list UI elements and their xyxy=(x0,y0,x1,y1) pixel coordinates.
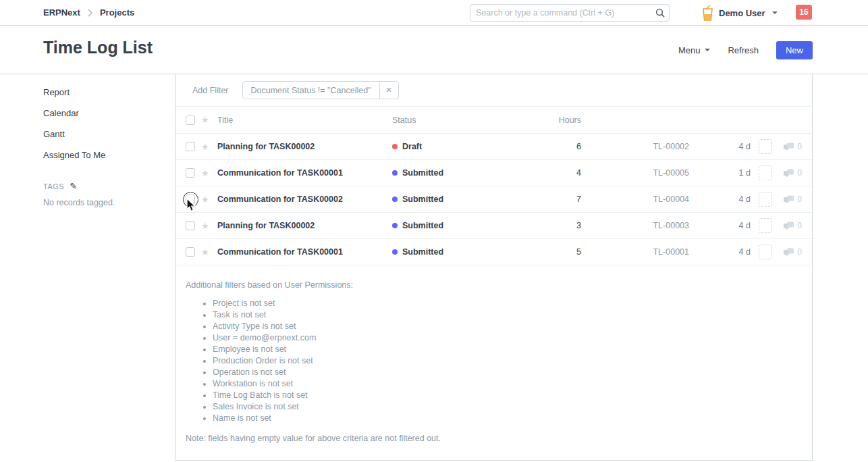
comment-count: 0 xyxy=(772,168,802,178)
row-title-link[interactable]: Communication for TASK00002 xyxy=(217,195,392,204)
list-sidebar: Report Calendar Gantt Assigned To Me TAG… xyxy=(43,74,158,207)
row-checkbox[interactable] xyxy=(186,142,195,151)
table-row[interactable]: ★ Planning for TASK00002 Submitted 3 TL-… xyxy=(175,213,812,239)
brand-link[interactable]: ERPNext xyxy=(43,7,80,18)
select-all-checkbox[interactable] xyxy=(186,116,195,125)
table-row[interactable]: ★ Communication for TASK00001 Submitted … xyxy=(175,239,812,265)
comment-count: 0 xyxy=(772,142,802,151)
star-icon[interactable]: ★ xyxy=(201,195,211,205)
star-icon[interactable]: ★ xyxy=(201,247,211,257)
tags-empty-text: No records tagged. xyxy=(43,198,158,207)
row-checkbox[interactable] xyxy=(186,221,195,230)
breadcrumb-projects[interactable]: Projects xyxy=(100,7,134,18)
column-header-status: Status xyxy=(392,116,541,125)
permission-item: Workstation is not set xyxy=(213,378,802,390)
refresh-button[interactable]: Refresh xyxy=(728,45,759,55)
permission-item: Activity Type is not set xyxy=(213,321,802,332)
table-header-row: ★ Title Status Hours xyxy=(175,107,812,134)
filter-chip-label[interactable]: Document Status != "Cancelled" xyxy=(243,82,380,99)
row-modified: 1 d xyxy=(689,168,751,178)
page-head: Time Log List Menu Refresh New xyxy=(0,26,868,74)
avatar-placeholder xyxy=(759,192,772,207)
comment-icon xyxy=(784,222,794,230)
row-status: Submitted xyxy=(392,168,541,178)
row-hours: 7 xyxy=(541,195,581,204)
sidebar-item-gantt[interactable]: Gantt xyxy=(43,126,158,143)
row-id-link[interactable]: TL-00002 xyxy=(581,142,689,151)
row-checkbox[interactable] xyxy=(186,247,195,257)
row-title-link[interactable]: Communication for TASK00001 xyxy=(217,247,392,257)
permission-item: Production Order is not set xyxy=(213,355,802,367)
column-header-hours: Hours xyxy=(541,116,581,125)
status-label: Draft xyxy=(402,142,422,151)
permission-item: Employee is not set xyxy=(213,344,802,355)
avatar-placeholder xyxy=(759,218,772,233)
star-icon[interactable]: ★ xyxy=(201,115,211,125)
filter-bar: Add Filter Document Status != "Cancelled… xyxy=(175,74,812,107)
row-modified: 4 d xyxy=(689,142,751,151)
chevron-down-icon xyxy=(772,11,778,14)
star-icon[interactable]: ★ xyxy=(201,142,211,152)
row-hours: 5 xyxy=(541,247,581,257)
comment-icon xyxy=(784,248,794,257)
row-modified: 4 d xyxy=(689,221,751,230)
menu-button[interactable]: Menu xyxy=(678,45,711,55)
comment-count: 0 xyxy=(772,221,802,230)
permission-item: Task is not set xyxy=(213,309,802,321)
status-label: Submitted xyxy=(402,195,443,204)
notification-badge[interactable]: 16 xyxy=(796,5,812,20)
sidebar-item-assigned-to-me[interactable]: Assigned To Me xyxy=(43,147,158,163)
search-input[interactable] xyxy=(470,8,651,18)
status-dot xyxy=(392,197,398,202)
row-id-link[interactable]: TL-00003 xyxy=(581,221,689,230)
row-title-link[interactable]: Communication for TASK00001 xyxy=(217,168,392,178)
erpnext-app: ERPNext Projects Demo User 16 Time Log L… xyxy=(0,0,868,462)
global-search xyxy=(470,4,670,22)
avatar-placeholder xyxy=(759,165,772,180)
user-permissions-info: Additional filters based on User Permiss… xyxy=(175,265,812,443)
status-label: Submitted xyxy=(402,247,443,257)
status-dot xyxy=(392,170,398,176)
comment-icon xyxy=(784,169,794,178)
row-id-link[interactable]: TL-00004 xyxy=(581,195,689,204)
comment-icon xyxy=(784,195,794,204)
row-id-link[interactable]: TL-00005 xyxy=(581,168,689,178)
new-button[interactable]: New xyxy=(776,41,813,59)
row-id-link[interactable]: TL-00001 xyxy=(581,247,689,257)
comment-icon xyxy=(784,143,794,151)
avatar-juice-icon xyxy=(702,5,713,21)
status-dot xyxy=(392,249,398,255)
permission-item: User = demo@erpnext.com xyxy=(213,332,802,344)
row-hours: 4 xyxy=(541,168,581,178)
sidebar-item-report[interactable]: Report xyxy=(43,84,158,101)
star-icon[interactable]: ★ xyxy=(201,221,211,231)
column-header-title: Title xyxy=(217,116,392,125)
row-status: Draft xyxy=(392,142,541,151)
row-status: Submitted xyxy=(392,247,541,257)
sidebar-item-calendar[interactable]: Calendar xyxy=(43,105,158,122)
row-checkbox[interactable] xyxy=(186,168,195,178)
row-title-link[interactable]: Planning for TASK00002 xyxy=(217,142,392,151)
list-container: Add Filter Document Status != "Cancelled… xyxy=(175,74,813,461)
row-title-link[interactable]: Planning for TASK00002 xyxy=(217,221,392,230)
edit-pencil-icon[interactable]: ✎ xyxy=(70,181,77,191)
table-row[interactable]: ★ Communication for TASK00002 Submitted … xyxy=(175,186,812,213)
page-actions: Menu Refresh New xyxy=(678,26,813,74)
filter-remove-icon[interactable]: ✕ xyxy=(380,82,398,99)
permission-item: Name is not set xyxy=(213,413,802,424)
permissions-note: Note: fields having empty value for abov… xyxy=(186,434,802,443)
add-filter-button[interactable]: Add Filter xyxy=(186,86,236,95)
row-modified: 4 d xyxy=(689,195,751,204)
table-row[interactable]: ★ Communication for TASK00001 Submitted … xyxy=(175,160,812,186)
search-icon[interactable] xyxy=(651,8,669,18)
permissions-list: Project is not set Task is not set Activ… xyxy=(186,298,802,424)
row-checkbox[interactable] xyxy=(186,195,195,204)
table-row[interactable]: ★ Planning for TASK00002 Draft 6 TL-0000… xyxy=(175,134,812,160)
row-hours: 3 xyxy=(541,221,581,230)
permission-item: Time Log Batch is not set xyxy=(213,390,802,401)
permissions-heading: Additional filters based on User Permiss… xyxy=(186,280,802,290)
row-hours: 6 xyxy=(541,142,581,151)
star-icon[interactable]: ★ xyxy=(201,168,211,178)
user-menu[interactable]: Demo User xyxy=(702,0,778,26)
status-label: Submitted xyxy=(402,221,443,230)
